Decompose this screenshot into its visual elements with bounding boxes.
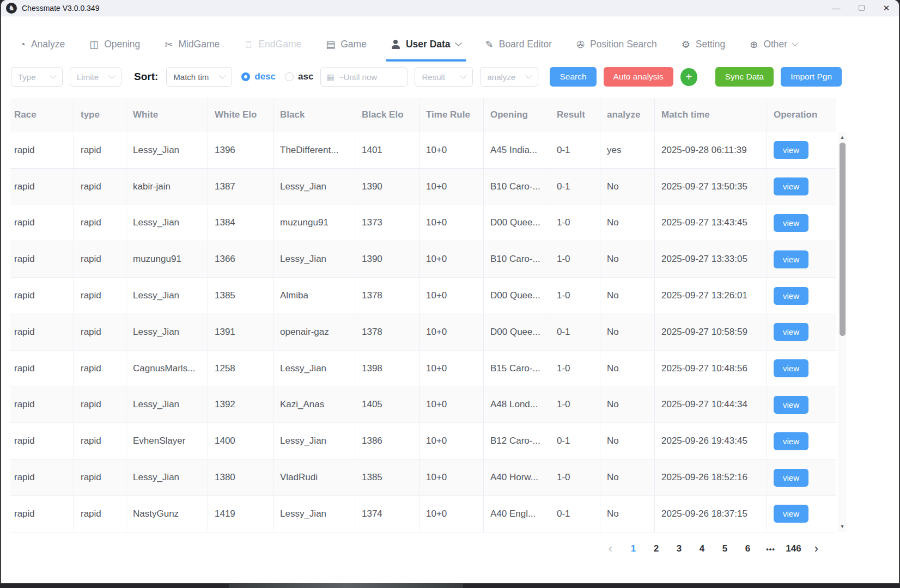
view-button[interactable]: view bbox=[774, 469, 808, 487]
order-asc-option[interactable]: asc bbox=[285, 71, 313, 82]
page-number-5[interactable]: 5 bbox=[716, 540, 734, 558]
cell-match-time: 2025-09-27 10:44:34 bbox=[654, 387, 767, 423]
table-scrollbar[interactable]: ▲ ▼ bbox=[838, 132, 847, 532]
page-number-3[interactable]: 3 bbox=[670, 540, 688, 558]
scroll-down-icon[interactable]: ▼ bbox=[838, 522, 847, 531]
sort-field-select[interactable]: Match tim bbox=[166, 67, 232, 87]
analyze-select[interactable]: analyze bbox=[480, 67, 538, 87]
cell-type: rapid bbox=[74, 351, 126, 387]
minimize-button[interactable]: — bbox=[824, 0, 849, 16]
view-button[interactable]: view bbox=[774, 505, 808, 523]
cell-black: Lessy_Jian bbox=[273, 241, 355, 277]
type-select[interactable]: Type bbox=[11, 67, 63, 87]
camera-icon: ✇ bbox=[576, 40, 585, 50]
nav-item-board-editor[interactable]: ✎Board Editor bbox=[485, 39, 552, 50]
cell-white-elo: 1396 bbox=[208, 132, 273, 168]
cell-analyze: No bbox=[600, 169, 654, 205]
cell-black: Lessy_Jian bbox=[273, 423, 355, 459]
date-range-input[interactable]: ▦ ~Until now bbox=[320, 67, 408, 87]
cell-time-rule: 10+0 bbox=[419, 169, 483, 205]
nav-item-user-data[interactable]: User Data bbox=[391, 39, 461, 50]
view-button[interactable]: view bbox=[774, 432, 808, 450]
nav-item-label: EndGame bbox=[258, 39, 301, 50]
view-button[interactable]: view bbox=[774, 141, 808, 159]
cell-analyze: No bbox=[600, 278, 654, 314]
page-number-2[interactable]: 2 bbox=[647, 540, 665, 558]
page-number-4[interactable]: 4 bbox=[693, 540, 711, 558]
cell-opening: B10 Caro-... bbox=[483, 169, 550, 205]
nav-item-label: User Data bbox=[406, 39, 451, 50]
page-number-1[interactable]: 1 bbox=[624, 540, 642, 558]
maximize-button[interactable] bbox=[849, 0, 874, 16]
cell-black-elo: 1385 bbox=[355, 460, 419, 495]
prev-page-icon[interactable]: ‹ bbox=[601, 540, 619, 558]
search-button[interactable]: Search bbox=[550, 67, 596, 87]
pie-chart-icon: ◔ bbox=[20, 40, 26, 50]
scroll-up-icon[interactable]: ▲ bbox=[838, 133, 847, 142]
cell-type: rapid bbox=[74, 278, 126, 314]
window-controls: — ✕ bbox=[824, 0, 899, 16]
games-table: RacetypeWhiteWhite EloBlackBlack EloTime… bbox=[10, 98, 836, 532]
view-button[interactable]: view bbox=[774, 177, 808, 195]
nav-item-position-search[interactable]: ✇Position Search bbox=[576, 39, 657, 50]
cell-result: 0-1 bbox=[550, 314, 600, 350]
cell-type: rapid bbox=[74, 132, 126, 168]
add-button[interactable]: + bbox=[680, 68, 697, 86]
cell-result: 0-1 bbox=[550, 496, 600, 532]
nav-item-setting[interactable]: ⚙Setting bbox=[682, 39, 726, 50]
nav-item-midgame[interactable]: ✂MidGame bbox=[165, 39, 220, 50]
cell-race: rapid bbox=[10, 351, 74, 387]
view-button[interactable]: view bbox=[774, 323, 808, 341]
page-number-146[interactable]: 146 bbox=[785, 540, 802, 558]
cell-operation: view bbox=[767, 387, 833, 423]
table-body: rapidrapidLessy_Jian1396TheDifferent...1… bbox=[10, 132, 836, 532]
page-ellipsis[interactable]: ••• bbox=[762, 540, 780, 558]
next-page-icon[interactable]: › bbox=[807, 540, 825, 558]
result-select[interactable]: Result bbox=[415, 67, 473, 87]
column-header-match-time: Match time bbox=[654, 98, 767, 132]
nav-item-analyze[interactable]: ◔Analyze bbox=[20, 39, 65, 50]
cell-analyze: No bbox=[600, 423, 654, 459]
cell-black: muzungu91 bbox=[273, 205, 355, 241]
app-window: ♞ Chessmate V3.0.0.349 — ✕ ◔Analyze◫Open… bbox=[1, 0, 899, 583]
column-header-analyze: analyze bbox=[600, 98, 654, 132]
limit-select-placeholder: Limite bbox=[77, 72, 99, 82]
sort-label: Sort: bbox=[134, 71, 158, 83]
close-button[interactable]: ✕ bbox=[874, 0, 899, 16]
view-button[interactable]: view bbox=[774, 214, 808, 232]
cell-analyze: No bbox=[600, 496, 654, 532]
import-pgn-button[interactable]: Import Pgn bbox=[781, 67, 842, 87]
table-row: rapidrapidLessy_Jian1384muzungu91137310+… bbox=[10, 205, 836, 242]
nav-item-game[interactable]: ▤Game bbox=[326, 39, 367, 50]
cell-black: Almiba bbox=[273, 278, 355, 314]
auto-analysis-button[interactable]: Auto analysis bbox=[604, 67, 673, 87]
cell-black-elo: 1374 bbox=[355, 496, 419, 532]
view-button[interactable]: view bbox=[774, 250, 808, 268]
column-header-type: type bbox=[74, 98, 126, 132]
cell-result: 1-0 bbox=[550, 351, 600, 387]
nav-item-opening[interactable]: ◫Opening bbox=[89, 39, 140, 50]
cell-analyze: No bbox=[600, 205, 654, 241]
cell-race: rapid bbox=[10, 387, 74, 423]
view-button[interactable]: view bbox=[774, 396, 808, 414]
view-button[interactable]: view bbox=[774, 287, 808, 305]
limit-select[interactable]: Limite bbox=[70, 67, 121, 87]
order-desc-option[interactable]: desc bbox=[241, 71, 276, 82]
cell-white: NastyGunz bbox=[126, 496, 208, 532]
cell-analyze: No bbox=[600, 387, 654, 423]
view-button[interactable]: view bbox=[774, 359, 808, 377]
table-row: rapidrapidkabir-jain1387Lessy_Jian139010… bbox=[10, 169, 836, 205]
cell-black-elo: 1386 bbox=[355, 423, 419, 459]
cell-race: rapid bbox=[10, 132, 74, 168]
table-row: rapidrapidCagnusMarls...1258Lessy_Jian13… bbox=[10, 351, 836, 387]
page-number-6[interactable]: 6 bbox=[739, 540, 757, 558]
nav-item-label: Setting bbox=[696, 39, 725, 50]
cell-analyze: No bbox=[600, 314, 654, 350]
cell-match-time: 2025-09-27 13:50:35 bbox=[654, 169, 767, 205]
cell-black: TheDifferent... bbox=[273, 132, 355, 168]
sync-data-button[interactable]: Sync Data bbox=[715, 67, 774, 87]
nav-item-other[interactable]: ⊕Other bbox=[750, 39, 798, 50]
cell-white: kabir-jain bbox=[126, 169, 208, 205]
scrollbar-thumb[interactable] bbox=[840, 143, 846, 336]
app-title: Chessmate V3.0.0.349 bbox=[22, 4, 99, 13]
